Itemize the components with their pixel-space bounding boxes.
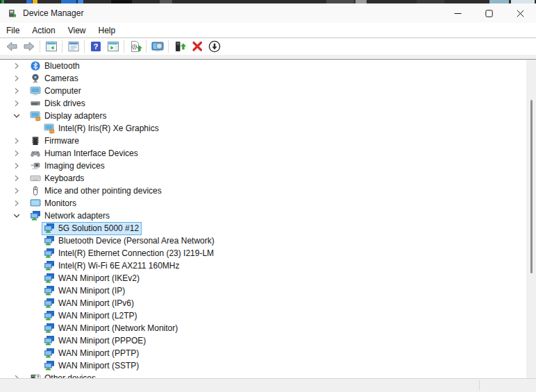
tree-item-label: Firmware	[44, 136, 79, 146]
vertical-scrollbar[interactable]	[526, 60, 536, 379]
titlebar: Device Manager	[0, 3, 536, 23]
tree-item-bluetooth[interactable]: Bluetooth	[28, 60, 83, 73]
mouse-icon	[30, 185, 41, 196]
help-icon: ?	[89, 40, 103, 53]
tree-item-label: Bluetooth	[44, 61, 80, 71]
network-icon	[44, 323, 55, 334]
toolbar-separator	[84, 40, 85, 53]
toolbar-edge	[0, 55, 536, 60]
network-icon	[44, 360, 55, 371]
scrollbar-thumb[interactable]	[530, 100, 533, 273]
tree-item-computer[interactable]: Computer	[28, 85, 84, 98]
uninstall-device-button[interactable]	[188, 39, 206, 54]
tree-row: Cameras	[0, 72, 526, 85]
tree-item-wan-miniport-ikev2[interactable]: WAN Miniport (IKEv2)	[42, 272, 142, 285]
tree-item-wan-miniport-network-monitor[interactable]: WAN Miniport (Network Monitor)	[42, 322, 181, 335]
forward-button[interactable]	[20, 39, 37, 54]
disable-device-button[interactable]	[206, 39, 223, 54]
show-hide-action-pane-button[interactable]	[104, 39, 122, 54]
tree-item-display-adapters[interactable]: Display adapters	[28, 110, 109, 123]
back-button[interactable]	[3, 39, 20, 54]
chevron-down-icon[interactable]	[11, 110, 22, 121]
tree-item-5g-solution-5000-12[interactable]: 5G Solution 5000 #12	[42, 222, 142, 235]
network-icon	[44, 248, 55, 259]
tree-row: 5G Solution 5000 #12	[0, 222, 526, 235]
update-driver-button[interactable]	[171, 39, 188, 54]
chevron-right-icon[interactable]	[11, 98, 22, 109]
chevron-right-icon[interactable]	[11, 135, 22, 146]
scan-hardware-changes-button[interactable]	[149, 39, 166, 54]
close-icon	[517, 10, 524, 17]
tree-item-wan-miniport-ip[interactable]: WAN Miniport (IP)	[42, 284, 128, 298]
tree-row: WAN Miniport (L2TP)	[0, 309, 526, 322]
toolbar-separator	[62, 40, 62, 53]
tree-item-wan-miniport-sstp[interactable]: WAN Miniport (SSTP)	[42, 359, 142, 373]
chevron-right-icon[interactable]	[11, 60, 22, 71]
properties-icon	[67, 40, 81, 53]
camera-icon	[30, 73, 41, 84]
chevron-right-icon[interactable]	[11, 160, 22, 171]
bluetooth-icon	[30, 60, 41, 71]
close-button[interactable]	[505, 3, 536, 23]
tree-row: Bluetooth Device (Personal Area Network)	[0, 235, 526, 247]
tree-item-label: Monitors	[44, 198, 76, 208]
tree-item-intel-r-iris-r-xe-graphics[interactable]: Intel(R) Iris(R) Xe Graphics	[42, 122, 162, 135]
menu-item-help[interactable]: Help	[92, 24, 122, 37]
tree-item-human-interface-devices[interactable]: Human Interface Devices	[28, 147, 141, 160]
tree-item-wan-miniport-ipv6[interactable]: WAN Miniport (IPv6)	[42, 297, 137, 310]
tree-item-mice-and-other-pointing-devices[interactable]: Mice and other pointing devices	[28, 185, 165, 198]
tree-item-label: Bluetooth Device (Personal Area Network)	[58, 236, 215, 246]
chevron-right-icon[interactable]	[11, 85, 22, 96]
tree-item-wan-miniport-l2tp[interactable]: WAN Miniport (L2TP)	[42, 309, 140, 323]
menu-item-file[interactable]: File	[0, 24, 26, 37]
tree-item-intel-r-wi-fi-6e-ax211-160mhz[interactable]: Intel(R) Wi-Fi 6E AX211 160MHz	[42, 259, 183, 273]
network-icon	[44, 235, 55, 246]
help-button[interactable]: ?	[87, 39, 104, 54]
chevron-right-icon[interactable]	[11, 185, 22, 196]
tree-item-imaging-devices[interactable]: Imaging devices	[28, 160, 108, 173]
status-bar	[0, 378, 536, 392]
tree-item-intel-r-ethernet-connection-23-i219-lm[interactable]: Intel(R) Ethernet Connection (23) I219-L…	[42, 247, 217, 260]
page-gear-icon	[128, 40, 142, 53]
menu-item-view[interactable]: View	[62, 24, 92, 37]
chevron-right-icon[interactable]	[11, 173, 22, 184]
firmware-icon	[30, 135, 41, 146]
device-up-icon	[173, 40, 187, 53]
tree-row: WAN Miniport (PPTP)	[0, 347, 526, 359]
tree-item-bluetooth-device-personal-area-network[interactable]: Bluetooth Device (Personal Area Network)	[42, 235, 217, 248]
circle-down-icon	[208, 40, 221, 53]
chevron-down-icon[interactable]	[11, 210, 22, 221]
show-hide-console-tree-button[interactable]	[42, 39, 60, 54]
network-icon	[44, 348, 55, 359]
tree-row: Keyboards	[0, 172, 526, 185]
tree-item-label: WAN Miniport (PPTP)	[58, 348, 139, 358]
tree-row: WAN Miniport (PPPOE)	[0, 334, 526, 347]
tree-row: Mice and other pointing devices	[0, 185, 526, 197]
tree-item-label: Human Interface Devices	[44, 148, 138, 158]
tree-item-monitors[interactable]: Monitors	[28, 197, 79, 210]
add-drivers-button[interactable]	[126, 39, 144, 54]
properties-button[interactable]	[65, 39, 82, 54]
maximize-button[interactable]	[474, 3, 505, 23]
minimize-button[interactable]	[442, 3, 474, 23]
tree-item-keyboards[interactable]: Keyboards	[28, 172, 87, 185]
tree-item-wan-miniport-pptp[interactable]: WAN Miniport (PPTP)	[42, 347, 142, 360]
chevron-right-icon[interactable]	[11, 198, 22, 209]
monitor-search-icon	[151, 40, 165, 53]
menu-item-action[interactable]: Action	[26, 24, 61, 37]
tree-row: WAN Miniport (SSTP)	[0, 359, 526, 372]
tree-item-label: Mice and other pointing devices	[44, 186, 162, 196]
tree-item-disk-drives[interactable]: Disk drives	[28, 97, 88, 110]
tree-item-network-adapters[interactable]: Network adapters	[28, 210, 112, 223]
window-controls	[442, 3, 536, 23]
tree-item-label: Computer	[44, 86, 81, 96]
chevron-right-icon[interactable]	[11, 148, 22, 159]
computer-icon	[30, 85, 41, 96]
tree-item-cameras[interactable]: Cameras	[28, 72, 81, 85]
tree-item-wan-miniport-pppoe[interactable]: WAN Miniport (PPPOE)	[42, 334, 149, 348]
tree-item-firmware[interactable]: Firmware	[28, 135, 82, 148]
chevron-right-icon[interactable]	[11, 73, 22, 84]
tree-item-label: WAN Miniport (IP)	[58, 286, 125, 296]
tree-item-label: WAN Miniport (IPv6)	[58, 298, 134, 308]
tree-row: Bluetooth	[0, 60, 526, 72]
